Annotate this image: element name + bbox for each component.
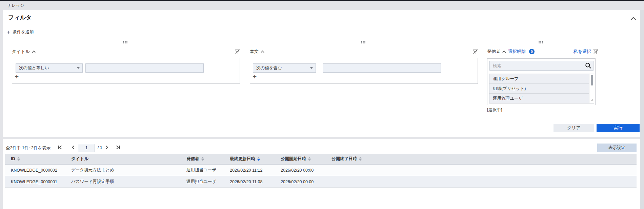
drag-handle-icon[interactable] xyxy=(539,41,544,43)
column-header-label: ID xyxy=(11,156,15,161)
column-header-sender[interactable]: 発信者 xyxy=(186,154,230,164)
column-header-publish-start[interactable]: 公開開始日時 xyxy=(281,154,331,164)
cell-publish-start: 2026/02/20 00:00 xyxy=(281,165,331,176)
prev-page-icon[interactable] xyxy=(71,145,77,150)
filter-condition-box-body: 次の値を含む + xyxy=(250,58,478,84)
next-page-icon[interactable] xyxy=(105,145,110,150)
pagination-bar: 全2件中 1件~2件を表示 / 1 xyxy=(3,143,640,152)
resize-grip-icon[interactable] xyxy=(590,97,593,103)
breadcrumb-bar: ナレッジ xyxy=(0,1,644,10)
result-count-summary: 全2件中 1件~2件を表示 xyxy=(6,145,51,151)
cell-publish-end xyxy=(331,165,637,176)
filter-panel: フィルタ + 条件を追加 タイトル 次の値と等しい xyxy=(3,10,640,137)
last-page-icon[interactable] xyxy=(115,145,121,150)
column-header-publish-end[interactable]: 公開終了日時 xyxy=(331,154,637,164)
knowledge-list-page: ナレッジ フィルタ + 条件を追加 タイトル 次の値と等しい xyxy=(0,0,644,209)
column-header-label: 最終更新日時 xyxy=(230,156,255,162)
first-page-icon[interactable] xyxy=(58,145,63,150)
sort-icon xyxy=(308,157,311,161)
chevron-up-icon xyxy=(261,51,264,53)
table-header-row: ID タイトル 発信者 最終更新日時 公開開始日時 xyxy=(5,154,637,165)
list-item[interactable]: 運用グループ xyxy=(489,74,589,84)
add-condition-button[interactable]: + 条件を追加 xyxy=(7,29,34,35)
filter-column-body-label-group[interactable]: 本文 xyxy=(250,49,264,55)
sender-search-input[interactable] xyxy=(489,61,593,71)
run-button[interactable]: 実行 xyxy=(597,124,640,132)
list-item[interactable]: 組織(プリセット) xyxy=(489,84,589,94)
page-number-input[interactable] xyxy=(78,144,95,152)
chevron-down-icon xyxy=(310,67,313,69)
operator-select[interactable]: 次の値を含む xyxy=(253,63,316,73)
drag-handle-icon[interactable] xyxy=(361,41,366,43)
sort-desc-active-icon xyxy=(257,157,260,161)
add-condition-label: 条件を追加 xyxy=(13,29,34,35)
clear-button[interactable]: クリア xyxy=(554,124,594,132)
result-table-panel: 全2件中 1件~2件を表示 / 1 表示設定 ID xyxy=(3,139,640,209)
filter-column-title-label-group[interactable]: タイトル xyxy=(12,49,36,55)
operator-select[interactable]: 次の値と等しい xyxy=(16,63,83,73)
page-scrollbar-track[interactable] xyxy=(640,10,644,209)
cell-last-updated: 2026/02/20 11:12 xyxy=(230,165,281,176)
chevron-down-icon xyxy=(77,67,80,69)
knowledge-table: ID タイトル 発信者 最終更新日時 公開開始日時 xyxy=(5,154,637,188)
cell-last-updated: 2026/02/20 11:08 xyxy=(230,176,281,187)
cell-publish-start: 2026/02/20 00:00 xyxy=(281,176,331,187)
operator-selected-value: 次の値と等しい xyxy=(19,65,49,71)
selection-count-badge: 0 xyxy=(529,49,535,54)
sender-header-right-group: 私を選択 xyxy=(573,49,598,55)
column-header-last-updated[interactable]: 最終更新日時 xyxy=(230,154,281,164)
column-header-label: タイトル xyxy=(71,156,88,162)
filter-column-sender-label-group: 発信者 選択解除 0 xyxy=(487,49,535,55)
filter-column-label: タイトル xyxy=(12,49,30,55)
sender-picker: 運用グループ 組織(プリセット) 運用管理ユーザ xyxy=(487,58,596,105)
column-header-title[interactable]: タイトル xyxy=(71,154,186,164)
sort-icon xyxy=(359,157,362,161)
filter-value-input[interactable] xyxy=(85,63,204,73)
column-header-label: 発信者 xyxy=(186,156,199,162)
cell-publish-end xyxy=(331,176,637,187)
drag-handle-icon[interactable] xyxy=(123,41,128,43)
cell-title: データ復元方法まとめ xyxy=(71,165,186,176)
option-label: 運用グループ xyxy=(493,76,519,82)
operator-selected-value: 次の値を含む xyxy=(256,65,282,71)
sort-icon xyxy=(201,157,204,161)
breadcrumb: ナレッジ xyxy=(7,3,24,8)
table-row[interactable]: KNOWLEDGE_0000002 データ復元方法まとめ 運用担当ユーザ 202… xyxy=(5,165,637,176)
filter-column-label: 本文 xyxy=(250,49,259,55)
collapse-filter-button[interactable] xyxy=(629,16,637,22)
filter-value-input[interactable] xyxy=(323,63,441,73)
sort-icon xyxy=(17,157,20,161)
cell-sender: 運用担当ユーザ xyxy=(186,165,230,176)
column-header-id[interactable]: ID xyxy=(5,154,71,164)
cell-title: パスワード再設定手順 xyxy=(71,176,186,187)
clear-filter-icon[interactable] xyxy=(473,49,478,54)
cell-id: KNOWLEDGE_0000002 xyxy=(5,165,71,176)
option-label: 組織(プリセット) xyxy=(493,86,526,92)
cell-sender: 運用担当ユーザ xyxy=(186,176,230,187)
deselect-all-link[interactable]: 選択解除 xyxy=(508,49,526,55)
option-label: 運用管理ユーザ xyxy=(493,96,523,101)
column-header-label: 公開開始日時 xyxy=(281,156,306,162)
add-condition-row-icon[interactable]: + xyxy=(15,72,19,81)
table-row[interactable]: KNOWLEDGE_0000001 パスワード再設定手順 運用担当ユーザ 202… xyxy=(5,176,637,188)
list-item[interactable]: 運用管理ユーザ xyxy=(489,94,589,103)
filter-column-label[interactable]: 発信者 xyxy=(487,49,500,55)
clear-filter-icon[interactable] xyxy=(235,49,240,54)
select-me-link[interactable]: 私を選択 xyxy=(573,49,591,55)
chevron-up-icon xyxy=(502,51,506,53)
filter-column-body-header: 本文 xyxy=(250,49,478,55)
display-settings-button[interactable]: 表示設定 xyxy=(597,144,637,152)
filter-column-sender-header: 発信者 選択解除 0 私を選択 xyxy=(487,49,598,55)
sender-option-list: 運用グループ 組織(プリセット) 運用管理ユーザ xyxy=(489,74,594,103)
clear-filter-icon[interactable] xyxy=(593,49,598,54)
filter-column-title-header: タイトル xyxy=(12,49,240,55)
scrollbar-thumb[interactable] xyxy=(591,75,593,86)
search-icon[interactable] xyxy=(585,62,591,70)
chevron-up-icon xyxy=(630,17,636,20)
selected-note: [選択中] xyxy=(487,107,502,113)
chevron-up-icon xyxy=(32,51,36,53)
filter-panel-title: フィルタ xyxy=(8,14,32,21)
column-header-label: 公開終了日時 xyxy=(331,156,357,162)
add-condition-row-icon[interactable]: + xyxy=(253,72,257,81)
filter-condition-box-title: 次の値と等しい + xyxy=(12,58,240,84)
